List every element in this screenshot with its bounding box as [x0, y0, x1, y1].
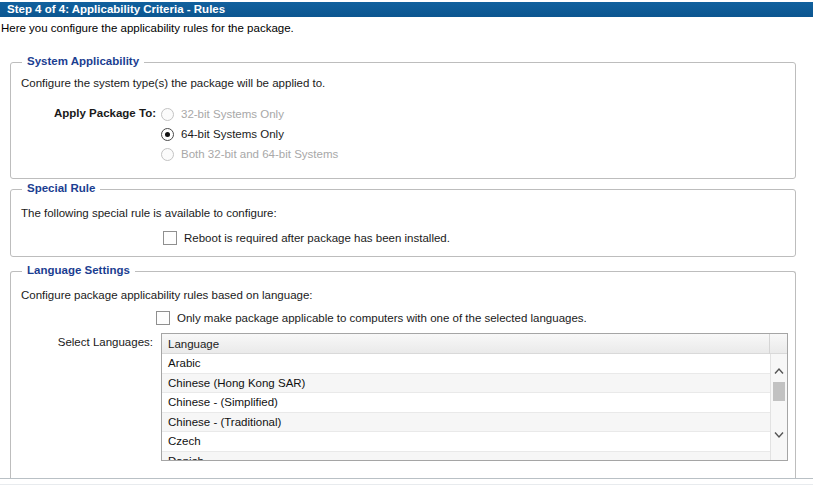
language-column-header: Language	[162, 334, 787, 354]
radio-button-icon	[161, 148, 174, 161]
apply-package-to-label: Apply Package To:	[21, 107, 156, 119]
special-rule-description: The following special rule is available …	[21, 207, 277, 219]
reboot-required-row: Reboot is required after package has bee…	[163, 231, 450, 245]
radio-option-label: 64-bit Systems Only	[181, 128, 284, 140]
language-settings-description: Configure package applicability rules ba…	[21, 289, 313, 301]
special-rule-group: Special Rule The following special rule …	[10, 189, 796, 257]
select-languages-label: Select Languages:	[11, 336, 153, 348]
list-item[interactable]: Arabic	[162, 354, 770, 374]
list-item[interactable]: Danish	[162, 452, 770, 461]
scroll-up-icon[interactable]	[774, 367, 784, 375]
radio-option-label: 32-bit Systems Only	[181, 108, 284, 120]
language-listbox: Language ArabicChinese (Hong Kong SAR)Ch…	[161, 333, 788, 461]
group-title-language-settings: Language Settings	[22, 264, 135, 276]
language-column-header-label: Language	[168, 338, 219, 350]
bottom-divider	[0, 478, 813, 479]
list-item[interactable]: Chinese - (Simplified)	[162, 393, 770, 413]
vertical-scrollbar[interactable]	[770, 354, 787, 460]
list-item[interactable]: Czech	[162, 432, 770, 452]
group-title-system-applicability: System Applicability	[22, 55, 144, 67]
system-applicability-group: System Applicability Configure the syste…	[10, 62, 796, 179]
list-item[interactable]: Chinese - (Traditional)	[162, 413, 770, 433]
wizard-step-title-bar: Step 4 of 4: Applicability Criteria - Ru…	[0, 2, 813, 17]
language-filter-row: Only make package applicable to computer…	[156, 311, 587, 325]
language-list-rows: ArabicChinese (Hong Kong SAR)Chinese - (…	[162, 354, 770, 460]
radio-button-icon	[161, 108, 174, 121]
radio-option[interactable]: 64-bit Systems Only	[161, 124, 338, 144]
list-item[interactable]: Chinese (Hong Kong SAR)	[162, 374, 770, 394]
wizard-step-subtitle: Here you configure the applicability rul…	[1, 22, 294, 34]
scroll-down-icon[interactable]	[774, 431, 784, 439]
group-title-special-rule: Special Rule	[22, 182, 100, 194]
language-filter-label: Only make package applicable to computer…	[177, 312, 587, 324]
radio-option-label: Both 32-bit and 64-bit Systems	[181, 148, 338, 160]
reboot-required-label: Reboot is required after package has bee…	[184, 232, 450, 244]
system-applicability-description: Configure the system type(s) the package…	[21, 77, 325, 89]
page-title: Step 4 of 4: Applicability Criteria - Ru…	[7, 3, 225, 15]
reboot-required-checkbox[interactable]	[163, 231, 177, 245]
language-filter-checkbox[interactable]	[156, 311, 170, 325]
apply-package-radio-group: 32-bit Systems Only64-bit Systems OnlyBo…	[161, 104, 338, 164]
scrollbar-thumb[interactable]	[773, 382, 785, 401]
radio-option: 32-bit Systems Only	[161, 104, 338, 124]
header-separator	[769, 334, 770, 354]
radio-option: Both 32-bit and 64-bit Systems	[161, 144, 338, 164]
radio-button-icon[interactable]	[161, 128, 174, 141]
language-settings-group: Language Settings Configure package appl…	[10, 271, 796, 479]
